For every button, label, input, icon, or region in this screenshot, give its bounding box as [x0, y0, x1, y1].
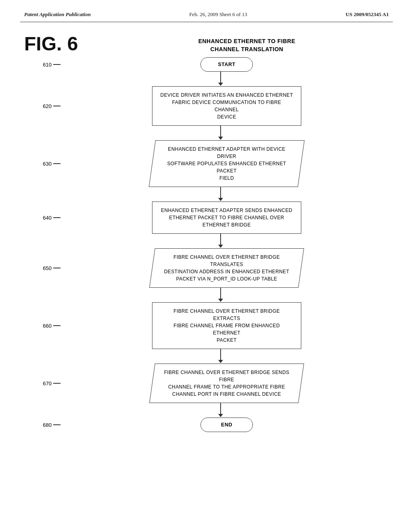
- main-content: FIG. 6 ENHANCED ETHERNET TO FIBRE CHANNE…: [0, 22, 413, 440]
- label-680: 680: [24, 422, 65, 428]
- step-660-box: FIBRE CHANNEL OVER ETHERNET BRIDGE EXTRA…: [152, 302, 301, 349]
- arrow-7: [218, 403, 223, 418]
- label-670: 670: [24, 380, 65, 387]
- title-line2: CHANNEL TRANSLATION: [198, 46, 296, 54]
- arrow-1: [218, 72, 223, 86]
- step-630-row: 630 ENHANCED ETHERNET ADAPTER WITH DEVIC…: [24, 140, 389, 187]
- step-640-box: ENHANCED ETHERNET ADAPTER SENDS ENHANCED…: [152, 202, 301, 234]
- step-650-box: FIBRE CHANNEL OVER ETHERNET BRIDGE TRANS…: [149, 248, 304, 288]
- arrow-6: [218, 349, 223, 364]
- arrow-2: [218, 126, 223, 140]
- label-660: 660: [24, 323, 65, 329]
- box-660-col: FIBRE CHANNEL OVER ETHERNET BRIDGE EXTRA…: [65, 302, 389, 349]
- header-patent-number: US 2009/052345 A1: [346, 11, 389, 18]
- box-670-col: FIBRE CHANNEL OVER ETHERNET BRIDGE SENDS…: [65, 364, 389, 403]
- step-650-text: FIBRE CHANNEL OVER ETHERNET BRIDGE TRANS…: [160, 254, 294, 283]
- box-650-col: FIBRE CHANNEL OVER ETHERNET BRIDGE TRANS…: [65, 248, 389, 288]
- title-line1: ENHANCED ETHERNET TO FIBRE: [198, 37, 296, 46]
- step-670-box: FIBRE CHANNEL OVER ETHERNET BRIDGE SENDS…: [149, 364, 304, 403]
- arrow-4: [218, 234, 223, 248]
- box-640-col: ENHANCED ETHERNET ADAPTER SENDS ENHANCED…: [65, 202, 389, 234]
- step-620-row: 620 DEVICE DRIVER INITIATES AN ENHANCED …: [24, 86, 389, 126]
- step-610-row: 610 START: [24, 57, 389, 72]
- box-630-col: ENHANCED ETHERNET ADAPTER WITH DEVICE DR…: [65, 140, 389, 187]
- diagram-title: ENHANCED ETHERNET TO FIBRE CHANNEL TRANS…: [198, 37, 296, 53]
- label-620: 620: [24, 103, 65, 109]
- label-650: 650: [24, 265, 65, 271]
- page-header: Patent Application Publication Feb. 26, …: [0, 0, 413, 22]
- diagram-area: ENHANCED ETHERNET TO FIBRE CHANNEL TRANS…: [24, 37, 389, 432]
- step-660-row: 660 FIBRE CHANNEL OVER ETHERNET BRIDGE E…: [24, 302, 389, 349]
- step-630-text: ENHANCED ETHERNET ADAPTER WITH DEVICE DR…: [160, 145, 294, 182]
- box-680-col: END: [65, 418, 389, 432]
- step-680-box: END: [200, 418, 253, 432]
- step-640-row: 640 ENHANCED ETHERNET ADAPTER SENDS ENHA…: [24, 202, 389, 234]
- step-680-row: 680 END: [24, 418, 389, 432]
- arrow-3: [218, 187, 223, 202]
- box-620-col: DEVICE DRIVER INITIATES AN ENHANCED ETHE…: [65, 86, 389, 126]
- box-610-col: START: [65, 57, 389, 72]
- step-620-box: DEVICE DRIVER INITIATES AN ENHANCED ETHE…: [152, 86, 301, 126]
- header-date-sheet: Feb. 26, 2009 Sheet 6 of 13: [189, 11, 247, 18]
- header-publication: Patent Application Publication: [24, 11, 91, 18]
- arrow-5: [218, 288, 223, 302]
- step-650-row: 650 FIBRE CHANNEL OVER ETHERNET BRIDGE T…: [24, 248, 389, 288]
- label-610: 610: [24, 62, 65, 68]
- step-670-row: 670 FIBRE CHANNEL OVER ETHERNET BRIDGE S…: [24, 364, 389, 403]
- step-610-box: START: [200, 57, 253, 72]
- label-630: 630: [24, 161, 65, 167]
- label-640: 640: [24, 215, 65, 221]
- step-630-box: ENHANCED ETHERNET ADAPTER WITH DEVICE DR…: [149, 140, 305, 187]
- flow-diagram: 610 START 620: [24, 57, 389, 432]
- page: Patent Application Publication Feb. 26, …: [0, 0, 413, 532]
- step-670-text: FIBRE CHANNEL OVER ETHERNET BRIDGE SENDS…: [160, 369, 294, 398]
